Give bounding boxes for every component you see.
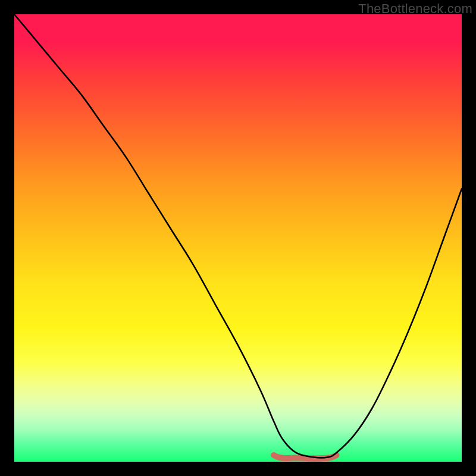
chart-stage: TheBottleneck.com (0, 0, 476, 476)
curve-svg (14, 14, 462, 462)
plot-area (14, 14, 462, 462)
bottleneck-curve-line (14, 14, 462, 458)
